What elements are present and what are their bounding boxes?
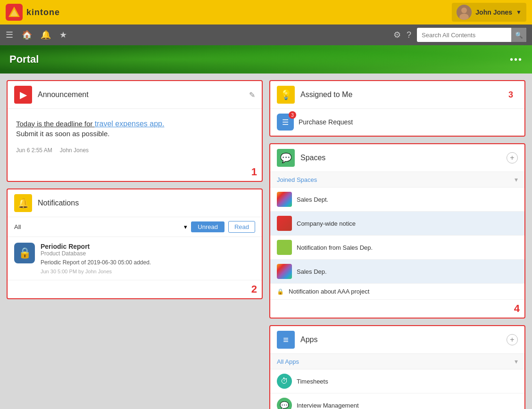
portal-header: Portal ••• — [0, 45, 532, 74]
assigned-item-label[interactable]: Purchase Request — [299, 118, 353, 126]
space-icon-sales-dep — [277, 264, 292, 279]
spaces-header: 💬 Spaces + — [270, 144, 524, 172]
notifications-widget: 🔔 Notifications All ▾ Unread Read 🔒 Peri… — [7, 188, 263, 299]
spaces-title: Spaces — [300, 154, 501, 162]
apps-list-icon: ≡ — [277, 331, 295, 349]
portal-options-icon[interactable]: ••• — [510, 54, 523, 65]
spaces-chat-icon: 💬 — [277, 149, 295, 167]
favorites-star-icon[interactable]: ★ — [59, 30, 67, 40]
space-icon-sales-dept — [277, 192, 292, 207]
user-menu-chevron-icon: ▼ — [516, 9, 522, 16]
assigned-bulb-icon: 💡 — [277, 86, 295, 104]
assigned-item: ☰ 3 Purchase Request — [270, 109, 524, 136]
announcement-link[interactable]: travel expenses app. — [95, 120, 165, 128]
apps-add-button[interactable]: + — [507, 334, 518, 345]
announcement-subtext: Submit it as soon as possible. — [16, 130, 253, 138]
space-item[interactable]: Sales Dep. — [270, 260, 524, 284]
assigned-badge: 3 — [289, 111, 296, 119]
spaces-widget: 💬 Spaces + Joined Spaces ▾ Sales Dept. C… — [269, 143, 525, 319]
interview-app-icon: 💬 — [277, 398, 292, 409]
announcement-corner-number: 1 — [8, 163, 262, 181]
notification-app-icon: 🔒 — [14, 243, 35, 263]
portal-title: Portal — [9, 53, 39, 65]
logo-area: kintone — [6, 4, 60, 21]
nav-right: ⚙ ? 🔍 — [393, 28, 526, 42]
read-button[interactable]: Read — [228, 221, 255, 233]
notifications-bell-icon[interactable]: 🔔 — [41, 30, 51, 40]
settings-gear-icon[interactable]: ⚙ — [393, 30, 401, 40]
app-item[interactable]: ⏱ Timesheets — [270, 369, 524, 393]
main-content: ▶ Announcement ✎ Today is the deadline f… — [0, 74, 532, 409]
announcement-icon: ▶ — [14, 86, 32, 104]
search-icon: 🔍 — [515, 32, 523, 39]
notification-title: Periodic Report — [41, 243, 255, 250]
apps-widget: ≡ Apps + All Apps ▾ ⏱ Timesheets 💬 Inter… — [269, 325, 525, 409]
hamburger-menu-icon[interactable]: ☰ — [6, 30, 13, 40]
notification-description: Periodic Report of 2019-06-30 05:00 adde… — [41, 259, 255, 267]
home-icon[interactable]: 🏠 — [22, 30, 32, 40]
space-label: Sales Dept. — [297, 196, 518, 203]
apps-title: Apps — [300, 335, 501, 344]
user-menu[interactable]: John Jones ▼ — [452, 3, 526, 22]
notification-meta: Jun 30 5:00 PM by John Jones — [41, 269, 255, 274]
announcement-body: Today is the deadline for travel expense… — [8, 109, 262, 163]
space-label: Notification from Sales Dep. — [297, 244, 518, 251]
apps-subheader-label[interactable]: All Apps — [277, 358, 515, 365]
space-icon-notif-sales — [277, 240, 292, 255]
search-button[interactable]: 🔍 — [511, 28, 526, 42]
notifications-filter-dropdown[interactable]: ▾ — [184, 223, 187, 230]
notification-item: 🔒 Periodic Report Product Database Perio… — [8, 237, 262, 280]
space-label: Company-wide notice — [297, 220, 518, 227]
filter-chevron-icon: ▾ — [184, 223, 187, 230]
spaces-add-button[interactable]: + — [507, 152, 518, 164]
spaces-subheader: Joined Spaces ▾ — [270, 172, 524, 188]
space-item[interactable]: Notification from Sales Dep. — [270, 236, 524, 260]
user-name: John Jones — [475, 8, 512, 16]
right-column: 💡 Assigned to Me 3 ☰ 3 Purchase Request … — [269, 80, 525, 409]
apps-header: ≡ Apps + — [270, 326, 524, 354]
notifications-filter-bar: All ▾ Unread Read — [8, 217, 262, 237]
space-icon-company-wide — [277, 216, 292, 231]
space-item[interactable]: Company-wide notice — [270, 212, 524, 236]
logo-text: kintone — [26, 8, 60, 17]
announcement-edit-icon[interactable]: ✎ — [249, 90, 255, 99]
announcement-header: ▶ Announcement ✎ — [8, 81, 262, 109]
notifications-bell-widget-icon: 🔔 — [14, 194, 32, 212]
announcement-widget: ▶ Announcement ✎ Today is the deadline f… — [7, 80, 263, 182]
space-item[interactable]: 🔒 Notification about AAA project — [270, 284, 524, 300]
spaces-corner-number: 4 — [270, 300, 524, 318]
search-input[interactable] — [417, 32, 511, 39]
timesheets-app-icon: ⏱ — [277, 374, 292, 389]
nav-bar: ☰ 🏠 🔔 ★ ⚙ ? 🔍 — [0, 25, 532, 45]
nav-left: ☰ 🏠 🔔 ★ — [6, 30, 67, 40]
help-icon[interactable]: ? — [407, 30, 411, 40]
search-bar: 🔍 — [417, 28, 526, 42]
space-label: Notification about AAA project — [289, 288, 518, 295]
assigned-corner-number: 3 — [504, 87, 518, 103]
spaces-chevron-icon: ▾ — [515, 176, 518, 183]
space-lock-icon: 🔒 — [277, 288, 284, 295]
notifications-title: Notifications — [38, 199, 255, 207]
user-avatar — [457, 5, 472, 20]
svg-point-4 — [461, 8, 467, 13]
top-header: kintone John Jones ▼ — [0, 0, 532, 25]
apps-subheader: All Apps ▾ — [270, 354, 524, 369]
assigned-to-me-widget: 💡 Assigned to Me 3 ☰ 3 Purchase Request — [269, 80, 525, 137]
announcement-text-prefix: Today is the deadline for — [16, 120, 95, 128]
assigned-app-icon: ☰ 3 — [277, 114, 294, 131]
apps-chevron-icon: ▾ — [515, 358, 518, 365]
assigned-title: Assigned to Me — [300, 90, 498, 99]
notifications-header: 🔔 Notifications — [8, 189, 262, 217]
spaces-subheader-label[interactable]: Joined Spaces — [277, 176, 515, 183]
app-item[interactable]: 💬 Interview Management — [270, 393, 524, 409]
assigned-to-me-header: 💡 Assigned to Me 3 — [270, 81, 524, 109]
space-item[interactable]: Sales Dept. — [270, 188, 524, 212]
timesheets-label: Timesheets — [297, 378, 328, 385]
announcement-date: Jun 6 2:55 AM — [16, 147, 52, 154]
notifications-filter-label: All — [14, 223, 180, 230]
notification-content: Periodic Report Product Database Periodi… — [41, 243, 255, 274]
unread-button[interactable]: Unread — [191, 221, 224, 232]
notification-app-name: Product Database — [41, 250, 255, 257]
purchase-request-icon: ☰ — [282, 118, 289, 127]
kintone-logo-icon — [6, 4, 23, 21]
